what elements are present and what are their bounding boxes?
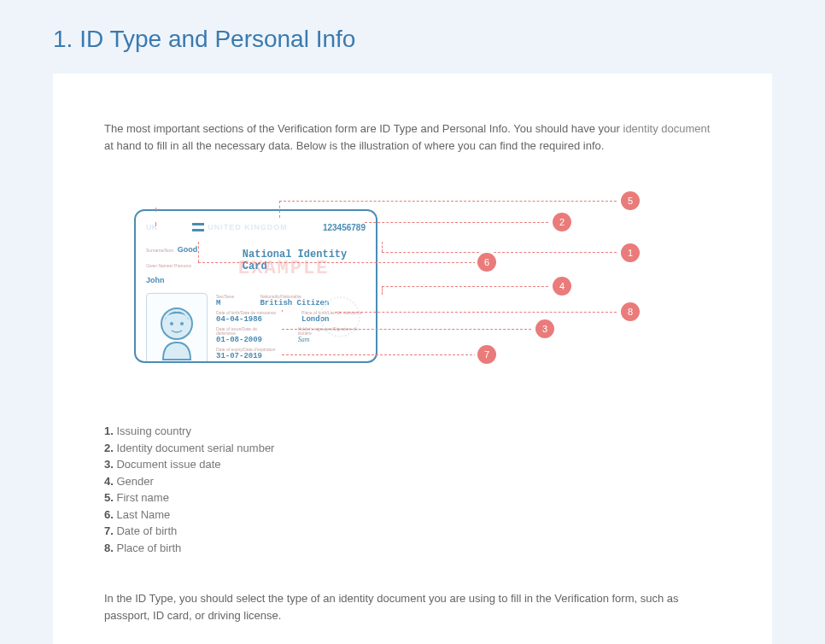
stamp-decoration [319,296,360,337]
sig-value: Sam [298,336,310,343]
callout-line [382,242,383,252]
callout-line [382,286,383,295]
doi-label: Date of issue/Date de delivrance [216,327,272,336]
callout-line [155,222,156,226]
sample-id-card: UK UNITED KINGDOM 123456789 Surname/Nom … [134,209,377,363]
marker-2: 2 [553,213,571,231]
callout-line [279,201,280,218]
callout-line [282,329,535,330]
marker-8: 8 [621,302,640,321]
legend-list: 1. Issuing country 2. Identity document … [104,423,721,556]
marker-6: 6 [477,253,496,272]
svg-point-1 [170,322,173,325]
surname-value: Good [178,245,198,254]
person-icon [153,302,201,361]
legend-item-8: 8. Place of birth [104,540,721,557]
given-value: John [146,276,165,284]
legend-item-7: 7. Date of birth [104,523,721,540]
legend-item-6: 6. Last Name [104,506,721,524]
legend-item-5: 5. First name [104,489,721,506]
legend-item-1: 1. Issuing country [104,423,721,440]
surname-label: Surname/Nom [146,248,173,253]
identity-document-link[interactable]: identity document [623,122,711,135]
id-card-type: National Identity Card [243,249,366,286]
callout-line [382,286,553,287]
intro-paragraph: The most important sections of the Verif… [104,120,721,154]
callout-line [282,354,477,355]
legend-item-2: 2. Identity document serial number [104,440,721,457]
callout-line [198,242,199,262]
marker-1: 1 [621,243,640,262]
nationality-value: British Citizen [260,299,329,307]
given-label: Given Names/ Prenoms [146,263,191,268]
id-illustration: 5 2 1 6 4 8 3 [108,192,689,380]
callout-line [155,208,156,212]
legend-item-3: 3. Document issue date [104,456,721,473]
callout-line [198,262,476,263]
dob-value: 04-04-1986 [216,315,262,324]
callout-line [365,222,553,223]
svg-point-2 [180,322,184,325]
intro-text-2: at hand to fill in all the necessary dat… [104,139,604,152]
id-country-title: UNITED KINGDOM [208,223,288,231]
callout-line [335,312,621,313]
id-photo [146,293,208,363]
closing-paragraph: In the ID Type, you should select the ty… [104,590,721,624]
callout-line [279,201,621,202]
marker-4: 4 [553,277,571,296]
marker-3: 3 [535,319,554,338]
callout-line [282,310,283,312]
id-serial: 123456789 [323,223,366,232]
content-card: The most important sections of the Verif… [53,73,772,644]
legend-item-4: 4. Gender [104,473,721,490]
callout-line [382,252,621,253]
sex-value: M [216,299,220,307]
doe-value: 31-07-2019 [216,352,262,360]
marker-5: 5 [621,191,640,210]
page-title: 1. ID Type and Personal Info [53,26,772,53]
intro-text-1: The most important sections of the Verif… [104,122,623,135]
marker-7: 7 [477,345,496,364]
doi-value: 01-08-2009 [216,336,262,344]
flag-icon [192,223,204,231]
